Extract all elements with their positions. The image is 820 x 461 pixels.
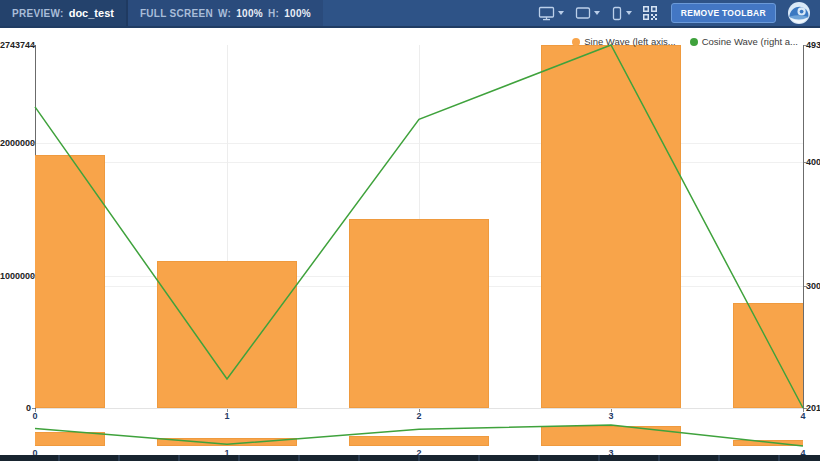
desktop-size-button[interactable] (538, 6, 564, 21)
bar-sine-wave-1 (157, 261, 297, 408)
x-axis-tick-label: 3 (591, 411, 631, 421)
left-axis-tick-label: 1000000 (0, 271, 33, 281)
left-axis-tick (32, 143, 35, 144)
overview-bar-0 (35, 432, 105, 446)
toolbar-spacer (323, 0, 538, 26)
left-axis-tick-label: 2743744 (0, 40, 33, 50)
preview-title-box: PREVIEW: doc_test (0, 0, 128, 26)
phone-icon (611, 6, 623, 21)
tablet-size-button[interactable] (575, 6, 600, 20)
chevron-down-icon (626, 11, 632, 15)
right-axis-tick-label: 4938 (806, 40, 820, 50)
app-window: PREVIEW: doc_test FULL SCREEN W: 100% H:… (0, 0, 820, 461)
x-axis-tick-label: 0 (15, 411, 55, 421)
fullscreen-size-box: FULL SCREEN W: 100% H: 100% (128, 0, 323, 26)
x-axis-tick-label: 1 (207, 411, 247, 421)
chevron-down-icon (594, 11, 600, 15)
device-preview-group (538, 0, 657, 26)
wave-logo[interactable] (788, 2, 810, 24)
qr-code-icon (643, 6, 657, 20)
legend-item-cosine: Cosine Wave (right a... (690, 36, 798, 47)
x-axis-tick-label: 4 (783, 411, 820, 421)
width-value: 100% (236, 8, 263, 19)
bar-series-clip (35, 45, 803, 408)
overview-bar-4 (733, 440, 803, 446)
bar-sine-wave-2 (349, 219, 489, 408)
right-axis-tick (804, 162, 807, 163)
right-axis-tick-label: 3000 (806, 281, 820, 291)
tablet-icon (575, 6, 591, 20)
x-axis-tick (611, 409, 612, 412)
left-axis-tick (32, 276, 35, 277)
fullscreen-label: FULL SCREEN (140, 8, 213, 19)
x-axis-tick (419, 409, 420, 412)
legend-marker-icon (572, 38, 580, 46)
preview-label: PREVIEW: (12, 8, 64, 19)
overview-bar-3 (541, 426, 681, 446)
bar-sine-wave-3 (541, 45, 681, 408)
legend-label: Cosine Wave (right a... (702, 36, 798, 47)
right-axis-tick (804, 408, 807, 409)
preview-toolbar: PREVIEW: doc_test FULL SCREEN W: 100% H:… (0, 0, 820, 28)
right-axis-tick-label: 4000 (806, 157, 820, 167)
x-axis-tick (227, 409, 228, 412)
x-axis-tick (803, 409, 804, 412)
chart-surface[interactable]: 2743744200000010000000493840003000201700… (0, 28, 820, 455)
overview-bar-1 (157, 438, 297, 446)
legend-label: Sine Wave (left axis... (584, 36, 676, 47)
right-axis-tick (804, 286, 807, 287)
overview-clip (35, 425, 803, 446)
bar-sine-wave-0 (35, 155, 105, 408)
right-axis-tick (804, 45, 807, 46)
chevron-down-icon (558, 11, 564, 15)
x-axis-tick (35, 409, 36, 412)
bar-sine-wave-4 (733, 303, 803, 408)
height-value: 100% (284, 8, 311, 19)
overview-bar-2 (349, 436, 489, 446)
left-axis-tick (32, 45, 35, 46)
qr-code-button[interactable] (643, 6, 657, 20)
chart-legend: Sine Wave (left axis...Cosine Wave (righ… (572, 36, 798, 47)
height-label: H: (268, 8, 279, 19)
phone-size-button[interactable] (611, 6, 632, 21)
left-axis-tick-label: 2000000 (0, 138, 33, 148)
bottom-scrollbar-strip[interactable] (0, 455, 820, 461)
legend-item-sine: Sine Wave (left axis... (572, 36, 676, 47)
right-axis-line (803, 45, 804, 409)
legend-marker-icon (690, 38, 698, 46)
desktop-icon (538, 6, 555, 21)
document-name: doc_test (69, 7, 114, 19)
x-axis-tick-label: 2 (399, 411, 439, 421)
remove-toolbar-button[interactable]: REMOVE TOOLBAR (671, 3, 776, 23)
width-label: W: (218, 8, 231, 19)
